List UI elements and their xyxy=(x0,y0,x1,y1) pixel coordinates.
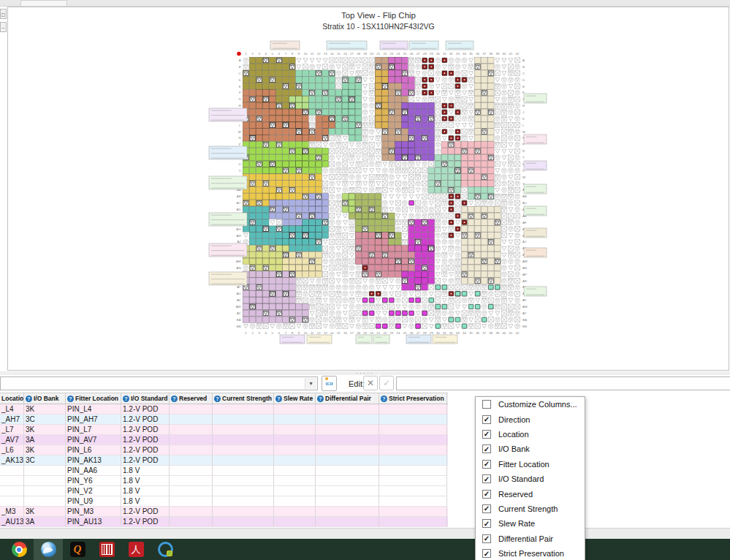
table-cell[interactable]: PIN_L6 xyxy=(66,445,121,455)
table-row[interactable]: PIN_U91.8 V xyxy=(0,496,448,507)
table-cell[interactable]: 3K xyxy=(24,445,66,455)
table-cell[interactable] xyxy=(274,455,316,466)
table-cell[interactable] xyxy=(213,425,274,435)
table-cell[interactable]: PIN_AH7 xyxy=(66,415,121,425)
table-cell[interactable]: 3A xyxy=(24,517,66,527)
table-cell[interactable]: 3K xyxy=(24,404,66,415)
table-cell[interactable]: PIN_AV7 xyxy=(66,435,121,445)
table-cell[interactable] xyxy=(213,517,274,527)
table-cell[interactable]: 1.2-V POD xyxy=(121,455,170,466)
table-cell[interactable] xyxy=(170,415,213,425)
table-cell[interactable] xyxy=(213,455,274,466)
table-cell[interactable] xyxy=(24,476,66,486)
table-cell[interactable] xyxy=(379,404,447,415)
table-cell[interactable] xyxy=(274,445,316,455)
table-cell[interactable] xyxy=(170,404,213,415)
checked-checkbox-icon[interactable]: ✓ xyxy=(482,444,491,453)
taskbar-item-chat-app[interactable] xyxy=(151,539,180,560)
table-cell[interactable] xyxy=(379,455,447,466)
table-cell[interactable] xyxy=(379,425,447,435)
table-cell[interactable] xyxy=(379,517,447,527)
help-icon[interactable]: ? xyxy=(317,396,324,402)
table-cell[interactable] xyxy=(213,496,274,507)
table-cell[interactable] xyxy=(213,507,274,517)
menu-item-i-o-standard[interactable]: ✓I/O Standard xyxy=(476,472,585,486)
column-header-current-strength[interactable]: ?Current Strength xyxy=(213,393,274,404)
table-row[interactable]: PIN_AA61.8 V xyxy=(0,466,448,476)
table-row[interactable]: _L73KPIN_L71.2-V POD xyxy=(0,425,448,435)
node-finder-button[interactable]: «» xyxy=(322,376,337,391)
table-cell[interactable] xyxy=(316,466,379,476)
table-cell[interactable] xyxy=(213,435,274,445)
table-cell[interactable]: 1.8 V xyxy=(121,496,170,507)
column-header-strict-preservation[interactable]: ?Strict Preservation xyxy=(379,393,447,404)
table-cell[interactable] xyxy=(274,415,316,425)
table-cell[interactable] xyxy=(213,445,274,455)
menu-item-reserved[interactable]: ✓Reserved xyxy=(476,486,585,501)
table-cell[interactable]: 1.2-V POD xyxy=(121,435,170,445)
table-cell[interactable] xyxy=(213,486,274,496)
table-cell[interactable] xyxy=(316,404,379,415)
menu-item-fitter-location[interactable]: ✓Fitter Location xyxy=(476,457,585,472)
table-cell[interactable] xyxy=(0,496,24,507)
checked-checkbox-icon[interactable]: ✓ xyxy=(482,430,491,439)
table-cell[interactable] xyxy=(170,435,213,445)
menu-item-slew-rate[interactable]: ✓Slew Rate xyxy=(476,516,585,531)
table-cell[interactable]: 3K xyxy=(24,425,66,435)
column-header-reserved[interactable]: ?Reserved xyxy=(170,393,213,404)
checked-checkbox-icon[interactable]: ✓ xyxy=(482,549,491,558)
column-header-i-o-standard[interactable]: ?I/O Standard xyxy=(121,393,170,404)
table-cell[interactable] xyxy=(274,517,316,527)
column-header-i-o-bank[interactable]: ?I/O Bank xyxy=(24,393,66,404)
column-header-fitter-location[interactable]: ?Fitter Location xyxy=(66,393,121,404)
table-cell[interactable] xyxy=(316,425,379,435)
checked-checkbox-icon[interactable]: ✓ xyxy=(482,490,491,499)
help-icon[interactable]: ? xyxy=(381,396,387,402)
table-cell[interactable] xyxy=(316,476,379,486)
table-cell[interactable]: _L4 xyxy=(0,404,24,415)
table-row[interactable]: _L63KPIN_L61.2-V POD xyxy=(0,445,448,455)
table-cell[interactable] xyxy=(170,425,213,435)
table-cell[interactable] xyxy=(274,476,316,486)
table-cell[interactable]: 1.8 V xyxy=(121,466,170,476)
table-cell[interactable] xyxy=(274,425,316,435)
table-cell[interactable]: 1.2-V POD xyxy=(121,415,170,425)
table-cell[interactable] xyxy=(170,507,213,517)
table-cell[interactable] xyxy=(379,507,447,517)
table-cell[interactable]: _L6 xyxy=(0,445,24,455)
checked-checkbox-icon[interactable]: ✓ xyxy=(482,504,491,513)
table-cell[interactable]: _AK13 xyxy=(0,455,24,466)
table-cell[interactable] xyxy=(316,496,379,507)
unchecked-checkbox-icon[interactable] xyxy=(482,400,491,409)
menu-item-current-strength[interactable]: ✓Current Strength xyxy=(476,502,585,516)
table-cell[interactable] xyxy=(379,435,447,445)
pin-name-combobox[interactable]: ▾ xyxy=(0,377,318,390)
table-row[interactable]: PIN_V21.8 V xyxy=(0,486,448,496)
checked-checkbox-icon[interactable]: ✓ xyxy=(482,415,491,424)
table-row[interactable]: _AK133CPIN_AK131.2-V POD xyxy=(0,455,448,466)
table-row[interactable]: _L43KPIN_L41.2-V POD xyxy=(0,404,448,415)
table-cell[interactable] xyxy=(0,476,24,486)
table-cell[interactable] xyxy=(379,486,447,496)
table-cell[interactable] xyxy=(274,507,316,517)
column-header-slew-rate[interactable]: ?Slew Rate xyxy=(274,393,316,404)
menu-item-strict-preservation[interactable]: ✓Strict Preservation xyxy=(476,546,585,560)
table-cell[interactable] xyxy=(379,496,447,507)
table-cell[interactable] xyxy=(316,415,379,425)
table-row[interactable]: _AV73APIN_AV71.2-V POD xyxy=(0,435,448,445)
help-icon[interactable]: ? xyxy=(67,396,74,402)
checked-checkbox-icon[interactable]: ✓ xyxy=(482,534,491,543)
table-cell[interactable]: 1.8 V xyxy=(121,476,170,486)
table-cell[interactable] xyxy=(274,486,316,496)
help-icon[interactable]: ? xyxy=(123,396,129,402)
table-cell[interactable] xyxy=(170,476,213,486)
table-cell[interactable]: _L7 xyxy=(0,425,24,435)
table-cell[interactable]: 3C xyxy=(24,415,66,425)
table-cell[interactable]: PIN_M3 xyxy=(66,507,121,517)
taskbar-item-acrobat-reader[interactable] xyxy=(121,539,151,560)
table-cell[interactable] xyxy=(213,466,274,476)
table-cell[interactable] xyxy=(213,476,274,486)
table-cell[interactable] xyxy=(274,435,316,445)
package-pin-diagram[interactable]: 1122334455667788991010111112121313141415… xyxy=(207,38,550,349)
menu-item-location[interactable]: ✓Location xyxy=(476,427,585,442)
